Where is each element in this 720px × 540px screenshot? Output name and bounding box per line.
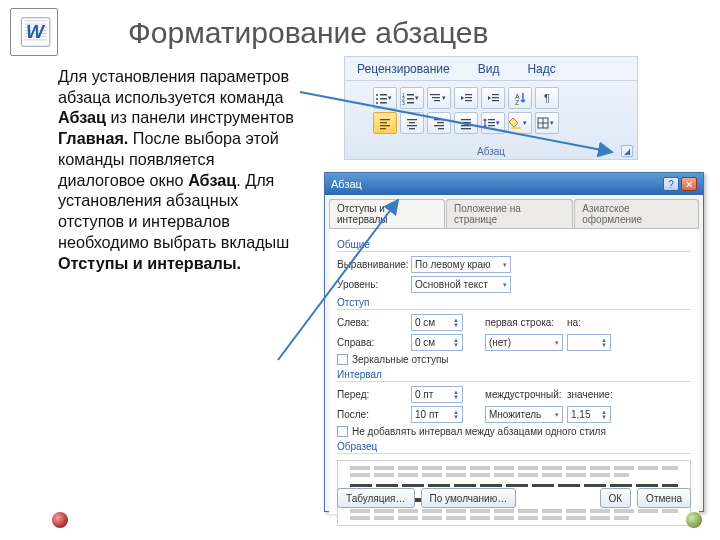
svg-rect-11	[407, 98, 414, 100]
outline-level-select[interactable]: Основной текст▾	[411, 276, 511, 293]
svg-rect-43	[488, 125, 495, 126]
space-after-label: После:	[337, 409, 407, 420]
svg-rect-40	[461, 128, 471, 129]
svg-point-4	[376, 98, 378, 100]
kw-abzac2: Абзац	[188, 171, 236, 189]
shading-button[interactable]: ▾	[508, 112, 532, 134]
svg-rect-14	[430, 94, 440, 95]
borders-button[interactable]: ▾	[535, 112, 559, 134]
dialog-launcher-icon[interactable]: ◢	[621, 145, 633, 157]
svg-text:W: W	[26, 21, 46, 42]
svg-rect-44	[511, 127, 521, 129]
tab-asian[interactable]: Азиатское оформление	[574, 199, 699, 228]
ribbon-tab-addins[interactable]: Надс	[523, 60, 559, 78]
multilevel-list-button[interactable]: ▾	[427, 87, 451, 109]
svg-rect-20	[492, 94, 499, 95]
section-preview: Образец	[337, 441, 691, 454]
line-spacing-select[interactable]: Множитель▾	[485, 406, 563, 423]
show-marks-button[interactable]: ¶	[535, 87, 559, 109]
align-right-button[interactable]	[427, 112, 451, 134]
align-center-button[interactable]	[400, 112, 424, 134]
svg-rect-30	[409, 122, 415, 123]
bullets-button[interactable]: ▾	[373, 87, 397, 109]
ribbon-tab-review[interactable]: Рецензирование	[353, 60, 454, 78]
next-slide-dot[interactable]	[686, 512, 702, 528]
tab-line-breaks[interactable]: Положение на странице	[446, 199, 573, 228]
ribbon-tab-view[interactable]: Вид	[474, 60, 504, 78]
section-general: Общие	[337, 239, 691, 252]
indent-right-input[interactable]: 0 см▲▼	[411, 334, 463, 351]
indent-left-label: Слева:	[337, 317, 407, 328]
ribbon-group-label: Абзац	[345, 146, 637, 157]
tabs-button[interactable]: Табуляция…	[337, 488, 415, 508]
line-spacing-at-input[interactable]: 1,15▲▼	[567, 406, 611, 423]
svg-rect-19	[465, 100, 472, 101]
space-after-input[interactable]: 10 пт▲▼	[411, 406, 463, 423]
help-icon[interactable]: ?	[663, 177, 679, 191]
close-icon[interactable]: ✕	[681, 177, 697, 191]
dialog-title: Абзац	[331, 178, 362, 190]
numbering-button[interactable]: 123▾	[400, 87, 424, 109]
increase-indent-button[interactable]	[481, 87, 505, 109]
kw-abzac1: Абзац	[58, 108, 106, 126]
indent-left-input[interactable]: 0 см▲▼	[411, 314, 463, 331]
svg-rect-13	[407, 102, 414, 104]
svg-point-6	[376, 102, 378, 104]
svg-rect-27	[380, 125, 390, 126]
outline-level-label: Уровень:	[337, 279, 407, 290]
default-button[interactable]: По умолчанию…	[421, 488, 517, 508]
svg-rect-25	[380, 119, 390, 120]
first-line-label: первая строка:	[485, 317, 563, 328]
word-logo-icon: W	[15, 13, 53, 51]
svg-rect-32	[409, 128, 415, 129]
alignment-select[interactable]: По левому краю▾	[411, 256, 511, 273]
prev-slide-dot[interactable]	[52, 512, 68, 528]
svg-rect-37	[461, 119, 471, 120]
no-space-same-style-checkbox[interactable]: Не добавлять интервал между абзацами одн…	[337, 426, 691, 437]
ok-button[interactable]: ОК	[600, 488, 632, 508]
svg-rect-39	[461, 125, 471, 126]
first-line-select[interactable]: (нет)▾	[485, 334, 563, 351]
justify-button[interactable]	[454, 112, 478, 134]
svg-rect-29	[407, 119, 417, 120]
kw-tab: Отступы и интервалы.	[58, 254, 241, 272]
svg-rect-5	[380, 98, 387, 100]
svg-rect-28	[380, 128, 386, 129]
word-app-icon: W	[10, 8, 58, 56]
indent-right-label: Справа:	[337, 337, 407, 348]
page-title: Форматирование абзацев	[128, 16, 488, 50]
dialog-tabs: Отступы и интервалы Положение на страниц…	[325, 195, 703, 228]
svg-rect-33	[434, 119, 444, 120]
svg-text:3: 3	[402, 100, 405, 105]
svg-rect-38	[461, 122, 471, 123]
svg-rect-31	[407, 125, 417, 126]
dialog-titlebar: Абзац ? ✕	[325, 173, 703, 195]
alignment-label: Выравнивание:	[337, 259, 407, 270]
svg-text:Z: Z	[515, 99, 520, 105]
text: Для установления параметров абзаца испол…	[58, 67, 289, 106]
mirror-indents-checkbox[interactable]: Зеркальные отступы	[337, 354, 691, 365]
kw-main: Главная.	[58, 129, 128, 147]
space-before-input[interactable]: 0 пт▲▼	[411, 386, 463, 403]
svg-point-2	[376, 94, 378, 96]
align-left-button[interactable]	[373, 112, 397, 134]
ribbon-fragment: Рецензирование Вид Надс ▾ 123▾ ▾ AZ ¶ ▾ …	[344, 56, 638, 160]
line-spacing-button[interactable]: ▾	[481, 112, 505, 134]
svg-rect-17	[465, 94, 472, 95]
tab-indents-spacing[interactable]: Отступы и интервалы	[329, 199, 445, 228]
cancel-button[interactable]: Отмена	[637, 488, 691, 508]
svg-rect-42	[488, 122, 495, 123]
first-line-by-input[interactable]: ▲▼	[567, 334, 611, 351]
decrease-indent-button[interactable]	[454, 87, 478, 109]
ribbon-group-paragraph: ▾ 123▾ ▾ AZ ¶ ▾ ▾ ▾ Абзац ◢	[345, 81, 637, 159]
ribbon-tab-row: Рецензирование Вид Надс	[345, 57, 637, 81]
section-spacing: Интервал	[337, 369, 691, 382]
line-spacing-at-label: значение:	[567, 389, 611, 400]
space-before-label: Перед:	[337, 389, 407, 400]
svg-rect-41	[488, 119, 495, 120]
svg-rect-21	[492, 97, 499, 98]
sort-button[interactable]: AZ	[508, 87, 532, 109]
svg-rect-9	[407, 94, 414, 96]
svg-rect-3	[380, 94, 387, 96]
svg-rect-36	[438, 128, 444, 129]
